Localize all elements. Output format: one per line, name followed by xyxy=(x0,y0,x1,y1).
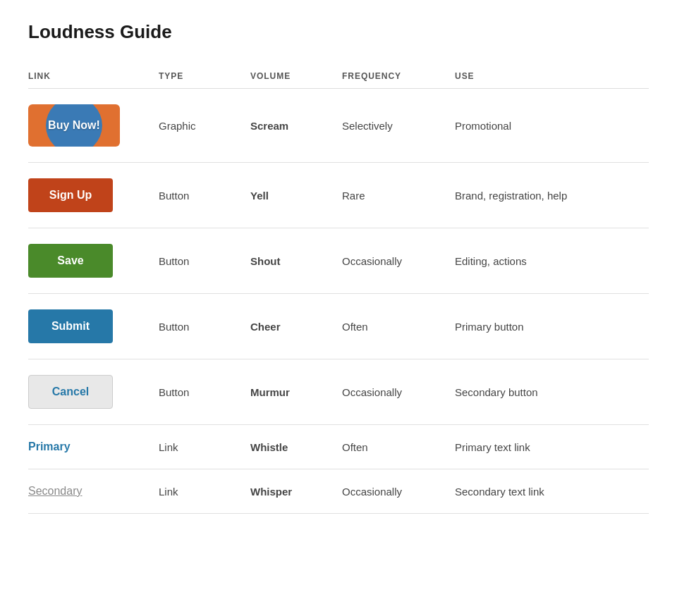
link-cell-secondary-link: Secondary xyxy=(28,469,159,514)
type-cell-primary-link: Link xyxy=(159,425,250,469)
link-cell-buy-now: Buy Now! xyxy=(28,89,159,163)
link-cell-primary-link: Primary xyxy=(28,425,159,469)
type-cell-secondary-link: Link xyxy=(159,469,250,514)
link-cell-sign-up: Sign Up xyxy=(28,163,159,228)
cancel-button[interactable]: Cancel xyxy=(28,375,113,409)
volume-cell-secondary-link: Whisper xyxy=(250,469,342,514)
table-row: PrimaryLinkWhistleOftenPrimary text link xyxy=(28,425,649,469)
frequency-cell-primary-link: Often xyxy=(342,425,455,469)
frequency-cell-buy-now: Selectively xyxy=(342,89,455,163)
frequency-cell-secondary-link: Occasionally xyxy=(342,469,455,514)
secondary-link[interactable]: Secondary xyxy=(28,485,83,497)
col-header-volume: VOLUME xyxy=(250,64,342,89)
col-header-type: TYPE xyxy=(159,64,250,89)
volume-cell-cancel: Murmur xyxy=(250,359,342,425)
use-cell-secondary-link: Secondary text link xyxy=(455,469,649,514)
use-cell-save: Editing, actions xyxy=(455,228,649,294)
use-cell-cancel: Secondary button xyxy=(455,359,649,425)
volume-cell-primary-link: Whistle xyxy=(250,425,342,469)
type-cell-submit: Button xyxy=(159,294,250,359)
use-cell-buy-now: Promotional xyxy=(455,89,649,163)
submit-label: Submit xyxy=(51,320,90,333)
link-cell-cancel: Cancel xyxy=(28,359,159,425)
sign-up-button[interactable]: Sign Up xyxy=(28,178,113,212)
frequency-cell-cancel: Occasionally xyxy=(342,359,455,425)
col-header-frequency: FREQUENCY xyxy=(342,64,455,89)
use-cell-primary-link: Primary text link xyxy=(455,425,649,469)
table-row: CancelButtonMurmurOccasionallySecondary … xyxy=(28,359,649,425)
frequency-cell-submit: Often xyxy=(342,294,455,359)
volume-cell-buy-now: Scream xyxy=(250,89,342,163)
save-label: Save xyxy=(57,254,83,267)
type-cell-sign-up: Button xyxy=(159,163,250,228)
page-title: Loudness Guide xyxy=(28,21,649,43)
col-header-link: LINK xyxy=(28,64,159,89)
table-row: Sign UpButtonYellRareBrand, registration… xyxy=(28,163,649,228)
type-cell-cancel: Button xyxy=(159,359,250,425)
table-row: Buy Now!GraphicScreamSelectivelyPromotio… xyxy=(28,89,649,163)
buy-now-label: Buy Now! xyxy=(48,119,100,132)
primary-link[interactable]: Primary xyxy=(28,441,71,452)
frequency-cell-save: Occasionally xyxy=(342,228,455,294)
volume-cell-submit: Cheer xyxy=(250,294,342,359)
link-cell-save: Save xyxy=(28,228,159,294)
type-cell-save: Button xyxy=(159,228,250,294)
save-button[interactable]: Save xyxy=(28,244,113,278)
cancel-label: Cancel xyxy=(52,386,89,398)
frequency-cell-sign-up: Rare xyxy=(342,163,455,228)
use-cell-sign-up: Brand, registration, help xyxy=(455,163,649,228)
type-cell-buy-now: Graphic xyxy=(159,89,250,163)
col-header-use: USE xyxy=(455,64,649,89)
table-row: SecondaryLinkWhisperOccasionallySecondar… xyxy=(28,469,649,514)
submit-button[interactable]: Submit xyxy=(28,309,113,343)
volume-cell-save: Shout xyxy=(250,228,342,294)
sign-up-label: Sign Up xyxy=(49,189,92,202)
table-row: SubmitButtonCheerOftenPrimary button xyxy=(28,294,649,359)
table-row: SaveButtonShoutOccasionallyEditing, acti… xyxy=(28,228,649,294)
loudness-table: LINK TYPE VOLUME FREQUENCY USE Buy Now!G… xyxy=(28,64,649,514)
buy-now-button[interactable]: Buy Now! xyxy=(28,104,120,147)
volume-cell-sign-up: Yell xyxy=(250,163,342,228)
use-cell-submit: Primary button xyxy=(455,294,649,359)
link-cell-submit: Submit xyxy=(28,294,159,359)
